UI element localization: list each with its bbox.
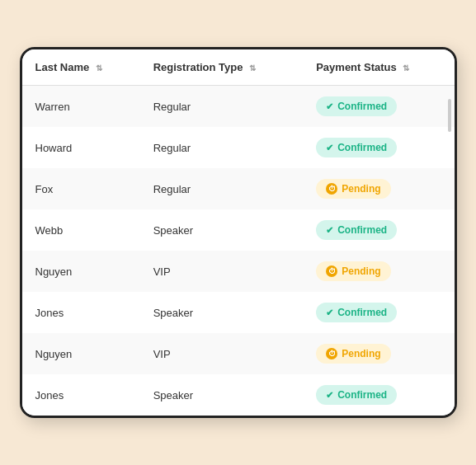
badge-label: Confirmed — [337, 389, 387, 401]
status-badge: ⏱Pending — [316, 179, 390, 199]
badge-label: Confirmed — [337, 101, 387, 112]
col-header-payment-status[interactable]: Payment Status ⇅ — [303, 49, 454, 86]
status-badge: ✔Confirmed — [316, 138, 397, 157]
cell-last-name: Warren — [22, 86, 140, 128]
check-icon: ✔ — [326, 143, 333, 153]
clock-icon: ⏱ — [326, 348, 337, 359]
sort-icon-last-name: ⇅ — [96, 63, 102, 73]
cell-payment-status: ✔Confirmed — [303, 374, 454, 416]
col-header-last-name[interactable]: Last Name ⇅ — [22, 49, 140, 86]
cell-payment-status: ⏱Pending — [303, 168, 454, 209]
cell-reg-type: Regular — [140, 168, 304, 209]
cell-reg-type: Regular — [140, 86, 304, 128]
cell-last-name: Jones — [22, 292, 140, 333]
data-table: Last Name ⇅ Registration Type ⇅ Payment … — [22, 49, 455, 416]
cell-reg-type: Regular — [140, 127, 304, 168]
cell-reg-type: Speaker — [140, 374, 304, 416]
table-row: NguyenVIP⏱Pending — [22, 333, 455, 374]
cell-last-name: Howard — [22, 127, 140, 168]
table-row: WebbSpeaker✔Confirmed — [22, 209, 455, 251]
status-badge: ✔Confirmed — [316, 96, 397, 116]
col-header-reg-type[interactable]: Registration Type ⇅ — [140, 49, 304, 86]
cell-reg-type: VIP — [140, 333, 304, 374]
sort-icon-reg-type: ⇅ — [249, 63, 256, 73]
check-icon: ✔ — [326, 390, 333, 401]
badge-label: Confirmed — [337, 142, 387, 153]
badge-label: Pending — [342, 265, 380, 277]
cell-payment-status: ⏱Pending — [303, 333, 454, 374]
scrollbar[interactable] — [448, 99, 451, 132]
badge-label: Confirmed — [337, 307, 387, 318]
status-badge: ⏱Pending — [316, 344, 390, 364]
badge-label: Pending — [342, 348, 380, 359]
status-badge: ⏱Pending — [316, 261, 390, 281]
cell-last-name: Webb — [22, 209, 140, 251]
table-row: NguyenVIP⏱Pending — [22, 251, 455, 292]
status-badge: ✔Confirmed — [316, 385, 397, 405]
cell-payment-status: ⏱Pending — [303, 251, 454, 292]
cell-payment-status: ✔Confirmed — [303, 292, 454, 333]
check-icon: ✔ — [326, 225, 333, 236]
cell-payment-status: ✔Confirmed — [303, 209, 454, 251]
cell-reg-type: Speaker — [140, 292, 304, 333]
cell-last-name: Nguyen — [22, 333, 140, 374]
status-badge: ✔Confirmed — [316, 303, 397, 322]
table-row: HowardRegular✔Confirmed — [22, 127, 455, 168]
table-row: FoxRegular⏱Pending — [22, 168, 455, 209]
table-row: JonesSpeaker✔Confirmed — [22, 292, 455, 333]
cell-last-name: Jones — [22, 374, 140, 416]
tablet-container: Last Name ⇅ Registration Type ⇅ Payment … — [20, 47, 457, 418]
cell-reg-type: VIP — [140, 251, 304, 292]
clock-icon: ⏱ — [326, 183, 337, 195]
table-row: JonesSpeaker✔Confirmed — [22, 374, 455, 416]
cell-last-name: Fox — [22, 168, 140, 209]
table-header-row: Last Name ⇅ Registration Type ⇅ Payment … — [22, 49, 455, 86]
cell-last-name: Nguyen — [22, 251, 140, 292]
badge-label: Confirmed — [337, 224, 387, 236]
sort-icon-payment-status: ⇅ — [403, 63, 409, 73]
cell-reg-type: Speaker — [140, 209, 304, 251]
check-icon: ✔ — [326, 101, 333, 112]
cell-payment-status: ✔Confirmed — [303, 86, 454, 128]
cell-payment-status: ✔Confirmed — [303, 127, 454, 168]
status-badge: ✔Confirmed — [316, 220, 397, 240]
badge-label: Pending — [342, 183, 380, 195]
table-row: WarrenRegular✔Confirmed — [22, 86, 455, 128]
clock-icon: ⏱ — [326, 265, 337, 277]
check-icon: ✔ — [326, 308, 333, 318]
